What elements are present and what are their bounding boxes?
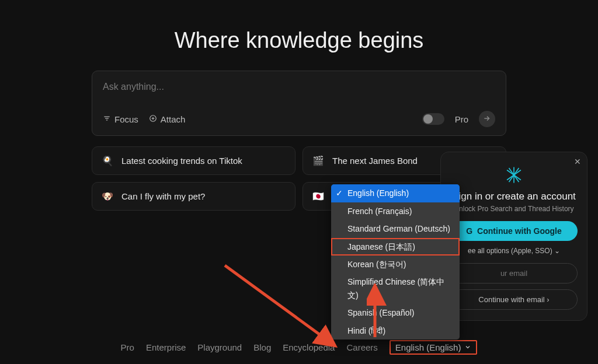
suggestion-emoji: 🐶 [102,191,113,202]
footer-encyclopedia-link[interactable]: Encyclopedia [283,342,335,352]
footer-blog-link[interactable]: Blog [253,342,271,352]
language-option[interactable]: French (Français) [331,202,460,220]
email-btn-label: Continue with email [478,295,544,304]
chevron-right-icon: › [547,295,549,304]
see-all-options-button[interactable]: ee all options (Apple, SSO) ⌄ [450,247,578,255]
submit-button[interactable] [479,111,495,127]
close-icon[interactable]: ✕ [574,157,581,166]
pro-label: Pro [455,114,468,124]
svg-line-8 [225,265,333,344]
suggestion-text: Latest cooking trends on Tiktok [121,156,242,166]
suggestion-card[interactable]: 🍳 Latest cooking trends on Tiktok [92,146,295,175]
language-option[interactable]: Hindi (हिंदी) [331,322,460,340]
page-title: Where knowledge begins [0,28,598,53]
footer-playground-link[interactable]: Playground [197,342,242,352]
google-g-icon: G [466,226,472,236]
signin-panel: ✕ Sign in or create an account Unlock Pr… [440,152,587,321]
signin-title: Sign in or create an account [450,191,578,202]
focus-button[interactable]: Focus [103,114,138,124]
email-field[interactable] [450,263,578,284]
language-option[interactable]: English (English) [331,184,460,202]
suggestion-text: The next James Bond [332,156,418,166]
focus-label: Focus [114,114,138,124]
language-option[interactable]: Standard German (Deutsch) [331,220,460,237]
attach-label: Attach [161,114,186,124]
pro-toggle[interactable] [422,113,444,125]
perplexity-logo [504,165,524,185]
suggestion-card[interactable]: 🐶 Can I fly with my pet? [92,182,295,211]
language-option[interactable]: Japanese (日本語) [331,238,460,256]
language-option[interactable]: Simplified Chinese (简体中文) [331,273,460,304]
arrow-right-icon [483,114,491,124]
plus-circle-icon [149,114,157,124]
suggestion-emoji: 🎬 [312,155,324,166]
search-input[interactable] [103,82,495,92]
attach-button[interactable]: Attach [149,114,186,124]
toggle-knob [423,114,433,124]
chevron-down-icon [464,342,471,352]
language-selector[interactable]: English (English) [390,340,478,355]
footer-enterprise-link[interactable]: Enterprise [146,342,186,352]
language-option[interactable]: Korean (한국어) [331,256,460,273]
continue-with-google-button[interactable]: G Continue with Google [450,221,578,241]
focus-icon [103,114,111,124]
continue-with-email-button[interactable]: Continue with email › [450,289,578,310]
footer: Pro Enterprise Playground Blog Encyclope… [0,340,598,355]
google-btn-label: Continue with Google [477,226,562,236]
search-box: Focus Attach Pro [92,71,506,136]
suggestion-emoji: 🇯🇵 [312,191,324,202]
footer-careers-link[interactable]: Careers [346,342,377,352]
search-controls: Focus Attach Pro [103,111,495,127]
language-option[interactable]: Spanish (Español) [331,304,460,321]
see-all-label: ee all options (Apple, SSO) [468,247,552,255]
suggestion-text: Can I fly with my pet? [121,191,205,201]
footer-pro-link[interactable]: Pro [121,342,134,352]
suggestion-emoji: 🍳 [102,155,113,166]
language-selector-label: English (English) [395,342,461,352]
signin-subtitle: Unlock Pro Search and Thread History [450,205,578,213]
chevron-down-icon: ⌄ [554,247,560,255]
language-dropdown: English (English)French (Français)Standa… [331,184,460,340]
